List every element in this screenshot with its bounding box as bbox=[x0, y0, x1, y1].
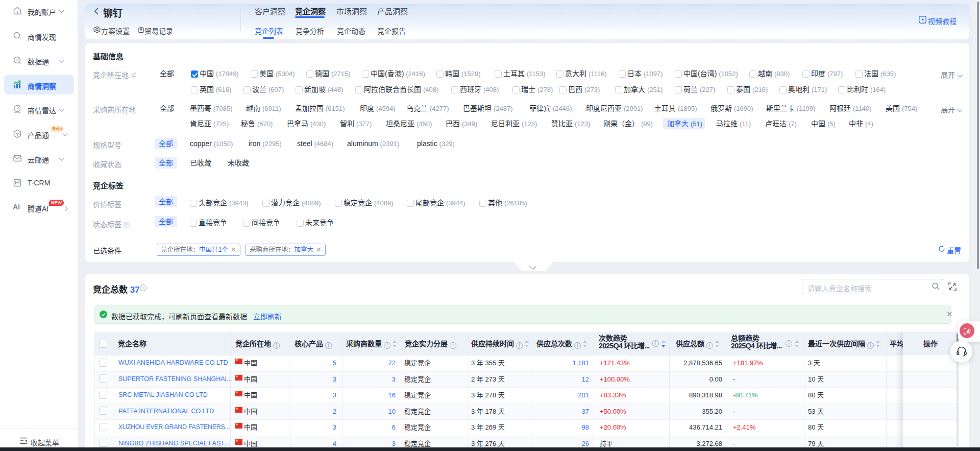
svg-text:Aí: Aí bbox=[13, 203, 20, 211]
